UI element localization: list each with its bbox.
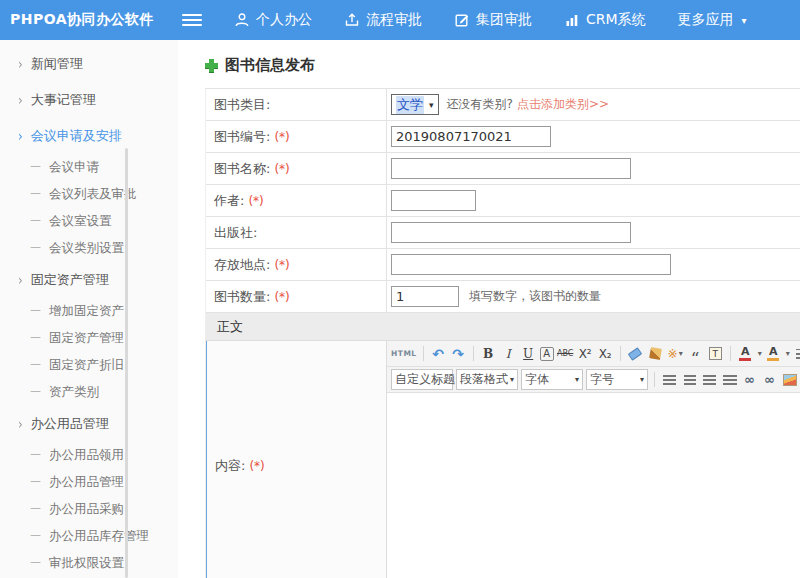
blockquote-button[interactable]: “ — [687, 344, 704, 364]
caret-down-icon: ▾ — [758, 349, 762, 358]
hamburger-menu-icon[interactable] — [182, 11, 202, 29]
sidebar-sub-approval-permission[interactable]: 一审批权限设置 — [0, 550, 178, 577]
chevron-right-icon: › — [18, 272, 23, 289]
form-row-content: 内容: (*) HTML ↶ ↷ B I U A ABC — [206, 341, 800, 578]
paint-format-button[interactable]: ※▾ — [667, 344, 684, 364]
sidebar-sub-meeting-list-approval[interactable]: 一会议列表及审批 — [0, 181, 178, 208]
sidebar-item-meeting[interactable]: ›会议申请及安排 — [0, 118, 178, 154]
sidebar-item-fixed-assets[interactable]: ›固定资产管理 — [0, 262, 178, 298]
form-row-publisher: 出版社: — [206, 217, 800, 249]
required-marker: (*) — [274, 162, 289, 176]
nav-workflow-approval[interactable]: 流程审批 — [344, 11, 422, 29]
required-marker: (*) — [274, 130, 289, 144]
bar-chart-icon — [564, 12, 580, 28]
ordered-list-icon — [796, 349, 800, 359]
insert-link-button[interactable]: ∞ — [741, 370, 758, 390]
chevron-right-icon: › — [18, 56, 23, 73]
align-justify-button[interactable] — [721, 370, 738, 390]
paragraph-format-dropdown[interactable]: 段落格式▾ — [456, 369, 518, 390]
broom-icon — [649, 347, 662, 360]
sidebar-item-office-supplies[interactable]: ›办公用品管理 — [0, 406, 178, 442]
dash-icon: 一 — [30, 358, 41, 373]
font-color-button[interactable]: A — [737, 344, 754, 364]
align-left-button[interactable] — [661, 370, 678, 390]
superscript-button[interactable]: X² — [577, 344, 594, 364]
editor-toolbar-row2: 自定义标题▾ 段落格式▾ 字体▾ 字号▾ ∞ ∞ — [387, 367, 800, 393]
required-marker: (*) — [249, 459, 264, 473]
remove-link-button[interactable]: ∞ — [761, 370, 778, 390]
sidebar-item-news[interactable]: ›新闻管理 — [0, 46, 178, 82]
field-label: 作者: — [214, 192, 244, 210]
dash-icon: 一 — [30, 556, 41, 571]
quantity-input[interactable] — [391, 286, 459, 307]
dash-icon: 一 — [30, 241, 41, 256]
undo-button[interactable]: ↶ — [430, 344, 447, 364]
field-label: 存放地点: — [214, 256, 270, 274]
paste-icon: T — [709, 347, 722, 360]
dash-icon: 一 — [30, 214, 41, 229]
font-size-dropdown[interactable]: 字号▾ — [586, 369, 648, 390]
plus-icon — [205, 59, 218, 72]
publisher-input[interactable] — [391, 222, 631, 243]
editor-content-area[interactable] — [387, 393, 800, 578]
sidebar-sub-meeting-category-settings[interactable]: 一会议类别设置 — [0, 235, 178, 262]
caret-down-icon: ▾ — [786, 349, 790, 358]
image-icon — [783, 374, 797, 386]
sidebar-sub-supplies-stock[interactable]: 一办公用品库存管理 — [0, 523, 178, 550]
caret-down-icon: ▾ — [429, 100, 434, 110]
dash-icon: 一 — [30, 160, 41, 175]
main-content: 图书信息发布 图书类目: 文学 ▾ 还没有类别? 点击添加类别>> 图书编号:(… — [178, 40, 800, 578]
field-label: 内容: — [215, 457, 245, 475]
subscript-button[interactable]: X₂ — [597, 344, 614, 364]
underline-button[interactable]: U — [520, 344, 537, 364]
book-name-input[interactable] — [391, 158, 631, 179]
align-center-button[interactable] — [681, 370, 698, 390]
sidebar-sub-asset-depreciation[interactable]: 一固定资产折旧 — [0, 352, 178, 379]
nav-more-apps[interactable]: 更多应用 ▾ — [678, 11, 747, 29]
dash-icon: 一 — [30, 331, 41, 346]
paste-button[interactable]: T — [707, 344, 724, 364]
sidebar-scrollbar[interactable] — [125, 148, 128, 578]
strikethrough-button[interactable]: ABC — [557, 344, 574, 364]
nav-group-approval[interactable]: 集团审批 — [454, 11, 532, 29]
sidebar-sub-meeting-apply[interactable]: 一会议申请 — [0, 154, 178, 181]
caret-down-icon: ▾ — [510, 375, 514, 384]
sidebar-sub-meeting-room-settings[interactable]: 一会议室设置 — [0, 208, 178, 235]
dash-icon: 一 — [30, 448, 41, 463]
ordered-list-button[interactable]: ▾ — [793, 344, 800, 364]
insert-image-button[interactable] — [781, 370, 798, 390]
eraser-icon — [628, 347, 642, 360]
author-input[interactable] — [391, 190, 476, 211]
bold-button[interactable]: B — [480, 344, 497, 364]
sidebar-sub-supplies-use[interactable]: 一办公用品领用 — [0, 442, 178, 469]
required-marker: (*) — [248, 194, 263, 208]
custom-title-dropdown[interactable]: 自定义标题▾ — [391, 369, 453, 390]
book-number-input[interactable] — [391, 126, 551, 147]
location-input[interactable] — [391, 254, 671, 275]
sidebar-item-memorabilia[interactable]: ›大事记管理 — [0, 82, 178, 118]
top-navbar: PHPOA协同办公软件 个人办公 流程审批 集团审批 CRM系统 更多应用 ▾ — [0, 0, 800, 40]
font-family-dropdown[interactable]: 字体▾ — [521, 369, 583, 390]
sidebar-sub-add-asset[interactable]: 一增加固定资产 — [0, 298, 178, 325]
chevron-right-icon: › — [18, 92, 23, 109]
html-source-button[interactable]: HTML — [391, 344, 417, 364]
highlight-color-button[interactable]: A — [765, 344, 782, 364]
add-category-link[interactable]: 点击添加类别>> — [517, 96, 609, 113]
redo-button[interactable]: ↷ — [450, 344, 467, 364]
align-right-button[interactable] — [701, 370, 718, 390]
italic-button[interactable]: I — [500, 344, 517, 364]
caret-down-icon: ▾ — [640, 375, 644, 384]
sidebar-sub-supplies-manage[interactable]: 一办公用品管理 — [0, 469, 178, 496]
char-border-button[interactable]: A — [540, 347, 554, 361]
sidebar-sub-supplies-purchase[interactable]: 一办公用品采购 — [0, 496, 178, 523]
book-category-select[interactable]: 文学 ▾ — [391, 94, 439, 115]
nav-personal-office[interactable]: 个人办公 — [234, 11, 312, 29]
form-row-quantity: 图书数量:(*) 填写数字，该图书的数量 — [206, 281, 800, 313]
eraser-button[interactable] — [627, 344, 644, 364]
editor-toolbar-row1: HTML ↶ ↷ B I U A ABC X² X₂ — [387, 341, 800, 367]
clear-format-button[interactable] — [647, 344, 664, 364]
sidebar-sub-asset-manage[interactable]: 一固定资产管理 — [0, 325, 178, 352]
sidebar-sub-asset-category[interactable]: 一资产类别 — [0, 379, 178, 406]
nav-crm-system[interactable]: CRM系统 — [564, 11, 646, 29]
sidebar: ›新闻管理 ›大事记管理 ›会议申请及安排 一会议申请 一会议列表及审批 一会议… — [0, 40, 178, 578]
